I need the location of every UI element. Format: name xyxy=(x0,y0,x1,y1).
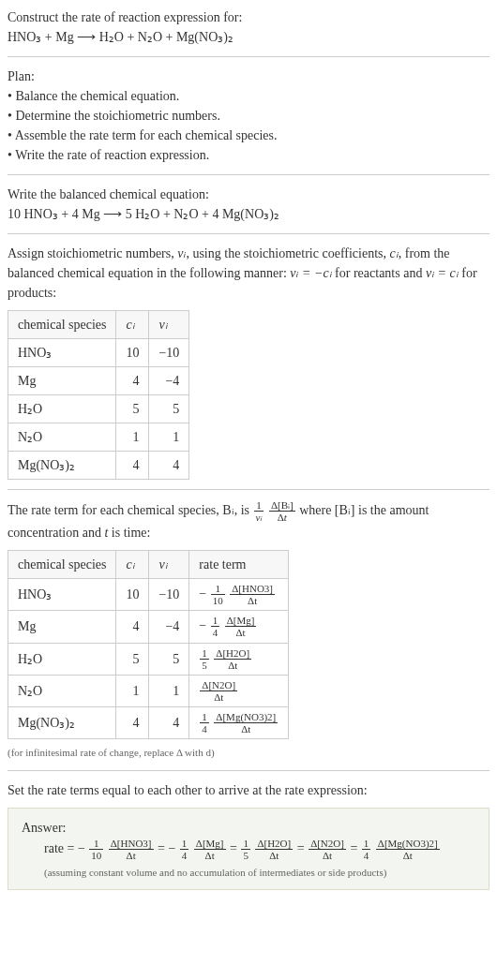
rate-cell: 15 Δ[H2O]Δt xyxy=(189,643,289,675)
table-row: H₂O 5 5 15 Δ[H2O]Δt xyxy=(8,643,289,675)
table-row: N₂O 1 1 Δ[N2O]Δt xyxy=(8,675,289,706)
col-nui: νᵢ xyxy=(149,311,189,339)
table-row: HNO₃10−10 xyxy=(8,339,189,367)
rate-cell: Δ[N2O]Δt xyxy=(189,675,289,706)
rateterm-table: chemical species cᵢ νᵢ rate term HNO₃ 10… xyxy=(8,550,289,739)
intro-equation: HNO₃ + Mg ⟶ H₂O + N₂O + Mg(NO₃)₂ xyxy=(8,27,489,47)
balanced-equation: 10 HNO₃ + 4 Mg ⟶ 5 H₂O + N₂O + 4 Mg(NO₃)… xyxy=(8,204,489,224)
stoich-table: chemical species cᵢ νᵢ HNO₃10−10 Mg4−4 H… xyxy=(8,310,189,480)
rateterm-text: The rate term for each chemical species,… xyxy=(8,499,489,542)
col-ci: cᵢ xyxy=(116,551,149,579)
rate-cell: − 14 Δ[Mg]Δt xyxy=(189,611,289,643)
intro-prompt: Construct the rate of reaction expressio… xyxy=(8,7,489,27)
infinitesimal-note: (for infinitesimal rate of change, repla… xyxy=(8,745,489,761)
table-row: H₂O55 xyxy=(8,395,189,423)
divider xyxy=(8,489,489,490)
table-header-row: chemical species cᵢ νᵢ xyxy=(8,311,189,339)
table-row: HNO₃ 10 −10 − 110 Δ[HNO3]Δt xyxy=(8,579,289,611)
table-row: Mg4−4 xyxy=(8,367,189,395)
answer-expression: rate = − 110 Δ[HNO3]Δt = − 14 Δ[Mg]Δt = … xyxy=(44,838,475,861)
rate-cell: 14 Δ[Mg(NO3)2]Δt xyxy=(189,706,289,738)
col-ci: cᵢ xyxy=(116,311,149,339)
table-row: Mg(NO₃)₂ 4 4 14 Δ[Mg(NO3)2]Δt xyxy=(8,706,289,738)
col-nui: νᵢ xyxy=(149,551,189,579)
plan-item: • Write the rate of reaction expression. xyxy=(8,145,489,165)
plan-item: • Balance the chemical equation. xyxy=(8,86,489,106)
divider xyxy=(8,56,489,57)
answer-box: Answer: rate = − 110 Δ[HNO3]Δt = − 14 Δ[… xyxy=(8,808,489,891)
intro-section: Construct the rate of reaction expressio… xyxy=(8,7,489,47)
divider xyxy=(8,770,489,771)
table-row: N₂O11 xyxy=(8,423,189,452)
frac-1-over-nu: 1νᵢ xyxy=(254,499,264,523)
plan-title: Plan: xyxy=(8,67,489,86)
table-row: Mg(NO₃)₂44 xyxy=(8,452,189,480)
plan-section: Plan: • Balance the chemical equation. •… xyxy=(8,67,489,165)
divider xyxy=(8,233,489,234)
set-equal-text: Set the rate terms equal to each other t… xyxy=(8,780,489,800)
balanced-title: Write the balanced chemical equation: xyxy=(8,185,489,204)
plan-item: • Determine the stoichiometric numbers. xyxy=(8,106,489,126)
col-rateterm: rate term xyxy=(189,551,289,579)
table-row: Mg 4 −4 − 14 Δ[Mg]Δt xyxy=(8,611,289,643)
answer-note: (assuming constant volume and no accumul… xyxy=(44,865,475,881)
assign-section: Assign stoichiometric numbers, νᵢ, using… xyxy=(8,244,489,303)
answer-title: Answer: xyxy=(22,818,475,838)
plan-item: • Assemble the rate term for each chemic… xyxy=(8,126,489,145)
col-species: chemical species xyxy=(8,311,116,339)
col-species: chemical species xyxy=(8,551,116,579)
divider xyxy=(8,174,489,175)
rate-cell: − 110 Δ[HNO3]Δt xyxy=(189,579,289,611)
table-header-row: chemical species cᵢ νᵢ rate term xyxy=(8,551,289,579)
frac-dBi-dt: Δ[Bᵢ]Δt xyxy=(269,499,295,523)
balanced-section: Write the balanced chemical equation: 10… xyxy=(8,185,489,224)
